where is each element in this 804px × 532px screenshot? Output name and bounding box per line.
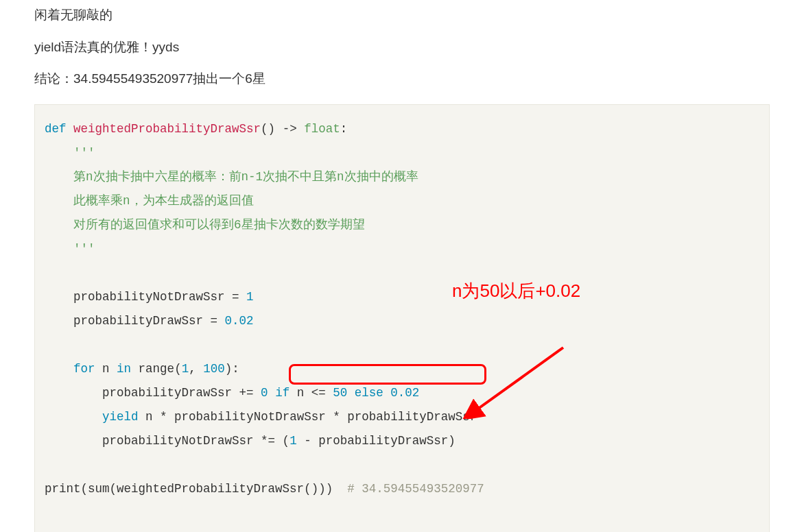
open-paren: ( xyxy=(261,122,268,136)
star-equals: *= xyxy=(261,434,275,448)
return-type: float xyxy=(304,122,340,136)
fn-print: print xyxy=(45,482,81,496)
var-draw-1: probabilityDrawSsr xyxy=(73,314,203,328)
arrow-return: -> xyxy=(283,122,297,136)
range-close: ) xyxy=(225,362,233,376)
keyword-for: for xyxy=(73,362,95,376)
prose-paragraph-1: 闲着无聊敲的 xyxy=(34,5,770,25)
colon: : xyxy=(340,122,348,136)
var-draw-3: probabilityDrawSsr xyxy=(347,410,477,424)
docstring-line-3: 对所有的返回值求和可以得到6星抽卡次数的数学期望 xyxy=(73,218,365,232)
fn-range: range xyxy=(139,362,175,376)
keyword-if: if xyxy=(275,386,289,400)
python-code-block: def weightedProbabilityDrawSsr() -> floa… xyxy=(34,104,770,533)
equals-2: = xyxy=(211,314,218,328)
range-start: 1 xyxy=(182,362,189,376)
function-name: weightedProbabilityDrawSsr xyxy=(73,122,261,136)
print-open: ( xyxy=(81,482,88,496)
sum-open: ( xyxy=(110,482,117,496)
prose-paragraph-2: yield语法真的优雅！yyds xyxy=(34,38,770,58)
paren-open-2: ( xyxy=(283,434,290,448)
paren-close-2: ) xyxy=(448,434,456,448)
sum-close: ) xyxy=(318,482,326,496)
var-not-draw-1: probabilityNotDrawSsr xyxy=(73,290,225,304)
call-close: ) xyxy=(311,482,319,496)
range-end: 100 xyxy=(203,362,225,376)
call-fn: weightedProbabilityDrawSsr xyxy=(117,482,304,496)
plus-equals: += xyxy=(239,386,254,400)
docstring-line-1: 第n次抽卡抽中六星的概率：前n-1次抽不中且第n次抽中的概率 xyxy=(73,170,418,184)
var-n-3: n xyxy=(145,410,153,424)
literal-002-1: 0.02 xyxy=(225,314,254,328)
close-paren: ) xyxy=(268,122,276,136)
literal-zero: 0 xyxy=(261,386,268,400)
var-draw-2: probabilityDrawSsr xyxy=(102,386,232,400)
range-open: ( xyxy=(174,362,182,376)
literal-fifty: 50 xyxy=(333,386,347,400)
range-comma: , xyxy=(189,362,196,376)
star-1: * xyxy=(160,410,167,424)
keyword-def: def xyxy=(45,122,67,136)
annotation-label: n为50以后+0.02 xyxy=(452,273,580,309)
docstring-close: ''' xyxy=(73,242,95,256)
equals-1: = xyxy=(232,290,239,304)
print-close: ) xyxy=(326,482,333,496)
literal-one-2: 1 xyxy=(289,434,297,448)
literal-002-2: 0.02 xyxy=(390,386,419,400)
docstring-line-2: 此概率乘n，为本生成器的返回值 xyxy=(73,194,254,208)
result-comment: # 34.59455493520977 xyxy=(347,482,484,496)
call-open: ( xyxy=(304,482,311,496)
fn-sum: sum xyxy=(88,482,110,496)
keyword-yield: yield xyxy=(102,410,139,424)
var-n-2: n xyxy=(297,386,305,400)
svg-line-1 xyxy=(475,348,563,411)
keyword-else: else xyxy=(355,386,383,400)
minus-op: - xyxy=(304,434,311,448)
var-n-1: n xyxy=(102,362,110,376)
star-2: * xyxy=(333,410,340,424)
for-colon: : xyxy=(232,362,239,376)
var-not-draw-3: probabilityNotDrawSsr xyxy=(102,434,254,448)
annotation-box xyxy=(289,364,486,385)
var-not-draw-2: probabilityNotDrawSsr xyxy=(174,410,326,424)
le-operator: <= xyxy=(311,386,326,400)
var-draw-4: probabilityDrawSsr xyxy=(318,434,448,448)
docstring-open: ''' xyxy=(73,146,95,160)
keyword-in: in xyxy=(117,362,131,376)
literal-one: 1 xyxy=(246,290,254,304)
prose-paragraph-3: 结论：34.59455493520977抽出一个6星 xyxy=(34,69,770,89)
